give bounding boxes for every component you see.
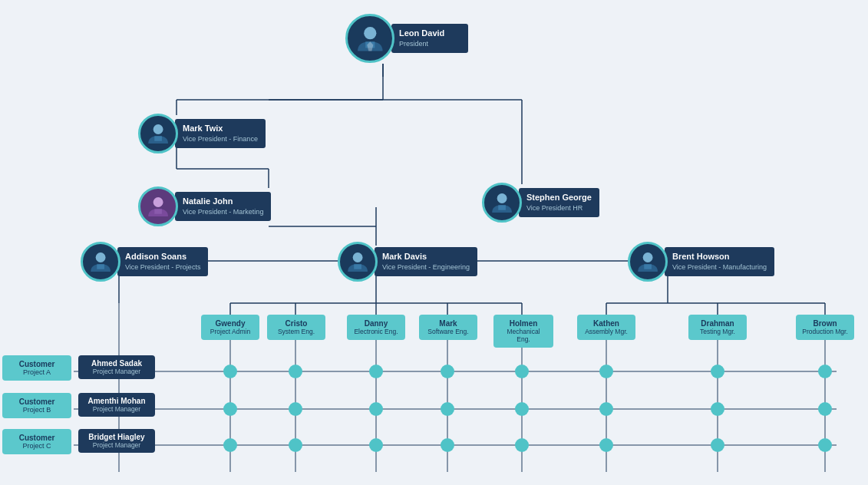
dot-r1-kathen	[599, 365, 613, 378]
president-node: Leon David President	[345, 14, 468, 63]
svg-rect-47	[154, 209, 162, 213]
dept-danny: Danny Electronic Eng.	[347, 315, 405, 340]
svg-rect-51	[97, 264, 104, 269]
dot-r3-cristo	[289, 438, 302, 452]
svg-point-41	[364, 27, 376, 39]
dept-kathen: Kathen Assembly Mgr.	[577, 315, 635, 340]
dot-r1-danny	[369, 365, 383, 378]
dot-r1-mark	[441, 365, 454, 378]
vp-manufacturing-label: Brent Howson Vice President - Manufactur…	[665, 247, 774, 275]
org-chart: Leon David President Mark Twix Vice Pres…	[0, 0, 868, 485]
svg-point-52	[353, 252, 363, 262]
dept-cristo: Cristo System Eng.	[267, 315, 325, 340]
pm-ahmed: Ahmed Sadak Project Manager	[78, 355, 155, 379]
dot-r2-drahman	[711, 402, 724, 416]
dot-r1-holmen	[515, 365, 529, 378]
customer-a: Customer Project A	[2, 355, 71, 381]
svg-point-54	[643, 252, 653, 262]
pm-bridget: Bridget Hiagley Project Manager	[78, 429, 155, 453]
dot-r2-mark	[441, 402, 454, 416]
customer-b: Customer Project B	[2, 393, 71, 418]
dot-r3-holmen	[515, 438, 529, 452]
dot-r2-danny	[369, 402, 383, 416]
vp-projects-node: Addison Soans Vice President - Projects	[81, 242, 208, 282]
vp-hr-label: Stephen George Vice President HR	[519, 188, 599, 216]
dept-mark-software: Mark Software Eng.	[419, 315, 477, 340]
vp-projects-label: Addison Soans Vice President - Projects	[117, 247, 208, 275]
dot-r1-gwendy	[223, 365, 237, 378]
dot-r1-drahman	[711, 365, 724, 378]
customer-c: Customer Project C	[2, 429, 71, 454]
dept-gwendy: Gwendy Project Admin	[201, 315, 259, 340]
vp-engineering-avatar	[338, 242, 378, 282]
svg-point-48	[497, 193, 507, 203]
vp-marketing-node: Natalie John Vice President - Marketing	[138, 186, 271, 226]
vp-marketing-label: Natalie John Vice President - Marketing	[175, 192, 271, 220]
svg-rect-53	[354, 264, 361, 269]
vp-hr-node: Stephen George Vice President HR	[482, 183, 599, 223]
vp-marketing-avatar	[138, 186, 178, 226]
president-label: Leon David President	[391, 24, 468, 52]
svg-point-44	[153, 124, 163, 134]
dot-r3-drahman	[711, 438, 724, 452]
pm-amenthi: Amenthi Mohan Project Manager	[78, 393, 155, 417]
dot-r2-kathen	[599, 402, 613, 416]
vp-finance-label: Mark Twix Vice President - Finance	[175, 119, 266, 147]
dot-r2-holmen	[515, 402, 529, 416]
svg-rect-45	[154, 136, 162, 140]
vp-manufacturing-avatar	[628, 242, 668, 282]
vp-finance-node: Mark Twix Vice President - Finance	[138, 114, 266, 153]
svg-point-50	[96, 252, 106, 262]
dot-r2-gwendy	[223, 402, 237, 416]
dot-r1-brown	[818, 365, 832, 378]
dept-drahman: Drahman Testing Mgr.	[688, 315, 747, 340]
vp-manufacturing-node: Brent Howson Vice President - Manufactur…	[628, 242, 774, 282]
vp-hr-avatar	[482, 183, 522, 223]
vp-projects-avatar	[81, 242, 120, 282]
svg-point-46	[153, 197, 163, 207]
dot-r1-cristo	[289, 365, 302, 378]
dot-r2-cristo	[289, 402, 302, 416]
svg-rect-55	[644, 264, 652, 269]
svg-rect-49	[498, 205, 506, 210]
vp-finance-avatar	[138, 114, 178, 153]
dot-r3-mark	[441, 438, 454, 452]
president-avatar	[345, 14, 394, 63]
vp-engineering-label: Mark Davis Vice President - Engineering	[375, 247, 477, 275]
dept-holmen: Holmen Mechanical Eng.	[493, 315, 553, 348]
dept-brown: Brown Production Mgr.	[796, 315, 854, 340]
dot-r3-brown	[818, 438, 832, 452]
dot-r3-kathen	[599, 438, 613, 452]
dot-r2-brown	[818, 402, 832, 416]
dot-r3-gwendy	[223, 438, 237, 452]
dot-r3-danny	[369, 438, 383, 452]
vp-engineering-node: Mark Davis Vice President - Engineering	[338, 242, 477, 282]
